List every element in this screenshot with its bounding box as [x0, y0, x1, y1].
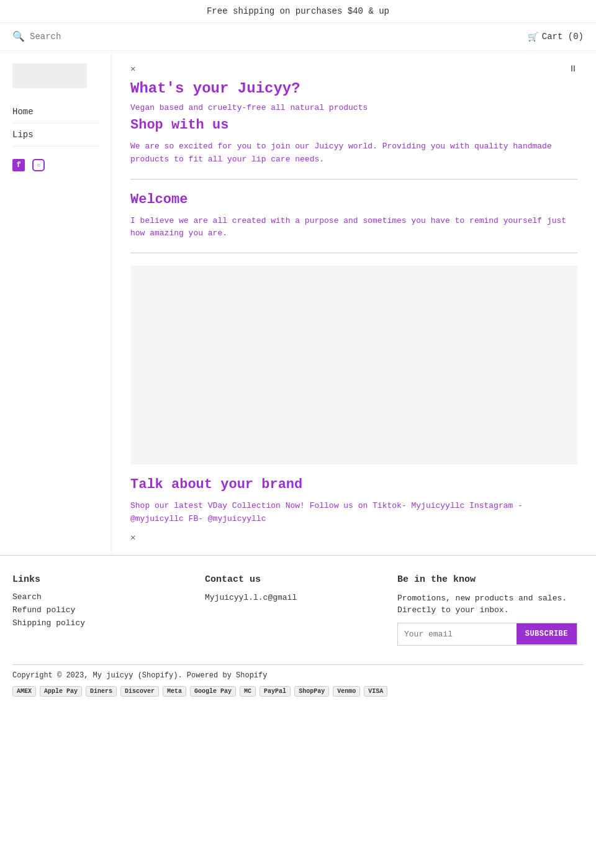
- footer-subscribe-col: Be in the know Promotions, new products …: [391, 574, 584, 646]
- sidebar: Home Lips f ○: [0, 51, 112, 555]
- links-title: Links: [12, 574, 192, 585]
- subscribe-title: Be in the know: [397, 574, 577, 585]
- footer-refund-link[interactable]: Refund policy: [12, 605, 192, 615]
- contact-email: Myjuicyyl.l.c@gmail: [205, 593, 297, 602]
- shop-text: We are so excited for you to join our Ju…: [130, 140, 577, 166]
- divider-2: [130, 253, 577, 253]
- amex-icon: AMEX: [12, 686, 36, 697]
- footer-contact-col: Contact us Myjuicyyl.l.c@gmail: [199, 574, 391, 646]
- video-controls: ✕ ⏸: [130, 63, 577, 74]
- hero-subtitle: Vegan based and cruelty-free all natural…: [130, 103, 577, 112]
- sidebar-item-lips[interactable]: Lips: [12, 124, 99, 147]
- sidebar-nav: Home Lips: [12, 101, 99, 147]
- pause-icon[interactable]: ⏸: [569, 64, 577, 74]
- subscribe-text: Promotions, new products and sales. Dire…: [397, 592, 577, 617]
- shop-heading: Shop with us: [130, 117, 577, 133]
- product-image: [130, 266, 577, 464]
- main-content: ✕ ⏸ What's your Juicyy? Vegan based and …: [112, 51, 596, 555]
- payment-icons: AMEX Apple Pay Diners Discover Meta Goog…: [12, 686, 387, 697]
- email-input[interactable]: [398, 623, 517, 645]
- bottom-video-controls: ✕: [130, 532, 577, 543]
- facebook-icon[interactable]: f: [12, 159, 25, 171]
- footer-top: Links Search Refund policy Shipping poli…: [12, 574, 584, 646]
- lips-link[interactable]: Lips: [12, 130, 34, 140]
- paypal-icon: PayPal: [260, 686, 291, 697]
- main-layout: Home Lips f ○ ✕ ⏸ What's your Juicyy? Ve…: [0, 51, 596, 555]
- home-link[interactable]: Home: [12, 107, 34, 117]
- search-icon: 🔍: [12, 30, 25, 43]
- top-banner: Free shipping on purchases $40 & up: [0, 0, 596, 23]
- search-input[interactable]: [30, 32, 104, 42]
- welcome-heading: Welcome: [130, 192, 577, 207]
- footer: Links Search Refund policy Shipping poli…: [0, 555, 596, 703]
- welcome-text: I believe we are all created with a purp…: [130, 215, 577, 241]
- email-form: SUBSCRIBE: [397, 623, 577, 646]
- visa-icon: VISA: [364, 686, 387, 697]
- apple-pay-icon: Apple Pay: [40, 686, 82, 697]
- social-links: f ○: [12, 159, 99, 171]
- brand-heading: Talk about your brand: [130, 477, 577, 492]
- footer-bottom: Copyright © 2023, My juicyy (Shopify). P…: [12, 671, 584, 697]
- hero-title: What's your Juicyy?: [130, 80, 577, 97]
- shop-pay-icon: ShopPay: [294, 686, 329, 697]
- search-area: 🔍: [12, 30, 528, 43]
- venmo-icon: Venmo: [333, 686, 360, 697]
- contact-title: Contact us: [205, 574, 385, 585]
- copyright-text: Copyright © 2023, My juicyy (Shopify). P…: [12, 671, 267, 680]
- footer-search-link[interactable]: Search: [12, 592, 192, 602]
- divider-1: [130, 179, 577, 179]
- discover-icon: Discover: [120, 686, 159, 697]
- google-pay-icon: Google Pay: [190, 686, 236, 697]
- subscribe-button[interactable]: SUBSCRIBE: [517, 623, 577, 644]
- close-icon[interactable]: ✕: [130, 63, 135, 74]
- banner-text: Free shipping on purchases $40 & up: [207, 6, 389, 16]
- bottom-close-icon[interactable]: ✕: [130, 533, 135, 543]
- cart-icon: 🛒: [528, 32, 538, 42]
- cart-button[interactable]: 🛒 Cart (0): [528, 32, 584, 42]
- sidebar-item-home[interactable]: Home: [12, 101, 99, 124]
- brand-text: Shop our latest VDay Collection Now! Fol…: [130, 500, 577, 526]
- diners-icon: Diners: [86, 686, 117, 697]
- logo: [12, 63, 87, 88]
- footer-links-col: Links Search Refund policy Shipping poli…: [12, 574, 199, 646]
- footer-shipping-link[interactable]: Shipping policy: [12, 618, 192, 628]
- meta-icon: Meta: [163, 686, 186, 697]
- header: 🔍 🛒 Cart (0): [0, 23, 596, 51]
- mastercard-icon: MC: [240, 686, 256, 697]
- instagram-icon[interactable]: ○: [32, 159, 45, 171]
- footer-divider: [12, 664, 584, 665]
- cart-label: Cart (0): [542, 32, 584, 42]
